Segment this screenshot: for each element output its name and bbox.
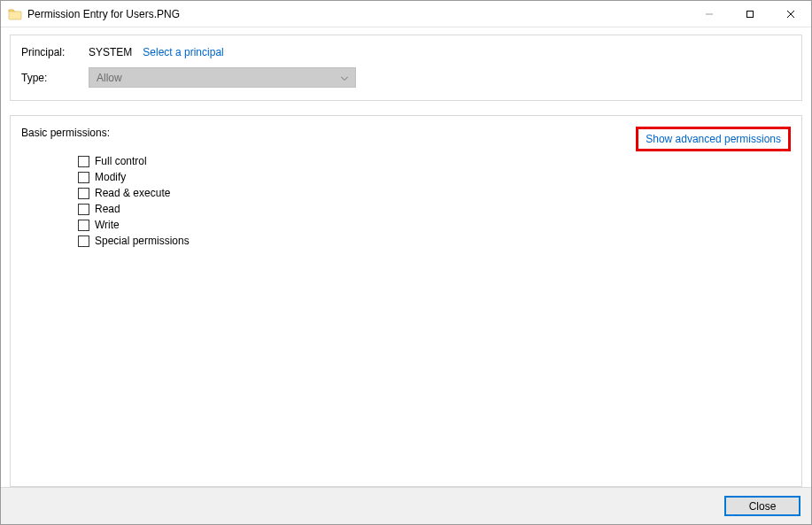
type-select-value: Allow: [97, 72, 122, 84]
perm-label: Full control: [95, 155, 147, 167]
type-row: Type: Allow: [21, 67, 791, 88]
perm-label: Special permissions: [95, 235, 189, 247]
principal-value: SYSTEM: [89, 46, 132, 58]
perm-label: Read: [95, 203, 120, 215]
perm-item-special[interactable]: Special permissions: [78, 235, 791, 247]
type-select[interactable]: Allow: [89, 67, 356, 88]
titlebar: Permission Entry for Users.PNG: [1, 1, 811, 27]
close-button[interactable]: [770, 1, 811, 27]
close-dialog-button[interactable]: Close: [724, 496, 800, 516]
svg-rect-1: [747, 11, 754, 17]
window-controls: [689, 1, 811, 27]
folder-icon: [8, 7, 22, 21]
content-area: Principal: SYSTEM Select a principal Typ…: [1, 27, 811, 487]
permissions-list: Full control Modify Read & execute Read …: [78, 155, 791, 247]
perm-item-read[interactable]: Read: [78, 203, 791, 215]
checkbox-icon[interactable]: [78, 172, 89, 183]
close-button-label: Close: [749, 500, 777, 513]
perm-item-full-control[interactable]: Full control: [78, 155, 791, 167]
checkbox-icon[interactable]: [78, 188, 89, 199]
show-advanced-permissions-link[interactable]: Show advanced permissions: [646, 133, 781, 145]
perm-item-write[interactable]: Write: [78, 219, 791, 231]
checkbox-icon[interactable]: [78, 156, 89, 167]
chevron-down-icon: [341, 73, 348, 82]
type-label: Type:: [21, 72, 89, 84]
basic-permissions-label: Basic permissions:: [21, 127, 110, 139]
perm-label: Modify: [95, 171, 126, 183]
principal-row: Principal: SYSTEM Select a principal: [21, 46, 791, 58]
principal-label: Principal:: [21, 46, 89, 58]
header-panel: Principal: SYSTEM Select a principal Typ…: [10, 35, 802, 101]
minimize-button[interactable]: [689, 1, 730, 27]
perm-item-read-execute[interactable]: Read & execute: [78, 187, 791, 199]
permissions-panel: Basic permissions: Show advanced permiss…: [10, 115, 802, 487]
permission-entry-window: Permission Entry for Users.PNG Principal…: [0, 0, 812, 525]
checkbox-icon[interactable]: [78, 235, 89, 247]
checkbox-icon[interactable]: [78, 220, 89, 231]
perm-label: Write: [95, 219, 120, 231]
select-principal-link[interactable]: Select a principal: [143, 46, 223, 58]
window-title: Permission Entry for Users.PNG: [27, 8, 180, 20]
footer: Close: [1, 487, 811, 524]
checkbox-icon[interactable]: [78, 204, 89, 215]
perm-label: Read & execute: [95, 187, 170, 199]
permissions-header: Basic permissions: Show advanced permiss…: [21, 127, 791, 151]
advanced-link-highlight: Show advanced permissions: [636, 127, 791, 151]
perm-item-modify[interactable]: Modify: [78, 171, 791, 183]
maximize-button[interactable]: [730, 1, 770, 27]
